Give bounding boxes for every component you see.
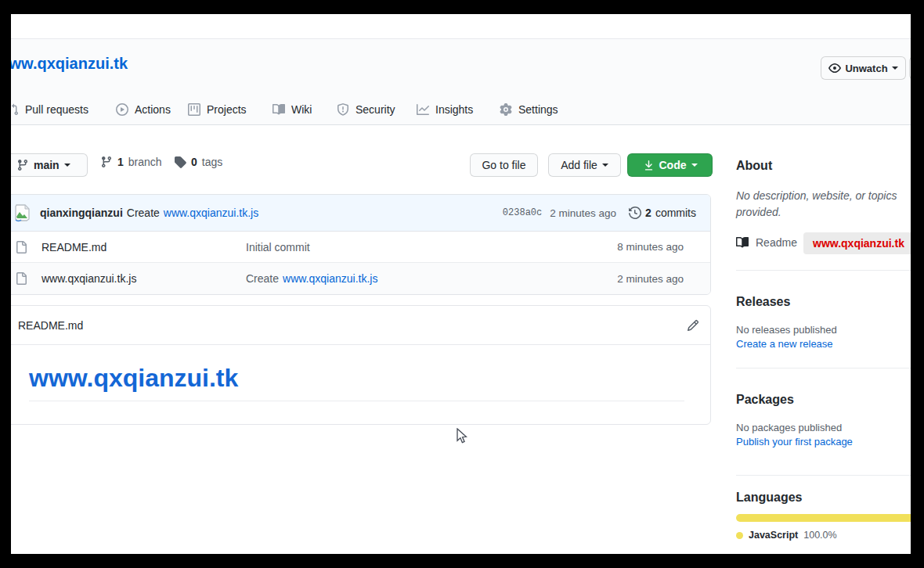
book-icon (736, 236, 749, 249)
file-commit-message-link[interactable]: www.qxqianzui.tk.js (283, 272, 377, 285)
file-commit-message[interactable]: Initial commit (246, 241, 310, 253)
file-time: 2 minutes ago (617, 273, 710, 285)
commit-author-link[interactable]: qianxingqianzui (40, 207, 123, 219)
unwatch-label: Unwatch (845, 63, 887, 74)
graph-icon (417, 103, 429, 116)
file-name-link[interactable]: README.md (42, 241, 246, 253)
tab-projects[interactable]: Projects (188, 98, 247, 121)
file-tree-box: qianxingqianzui Create www.qxqianzui.tk.… (11, 194, 711, 295)
commit-hash-link[interactable]: 0238a0c (503, 207, 542, 218)
branch-name: main (34, 159, 60, 171)
tab-label: Projects (207, 103, 247, 116)
releases-empty-text: No releases published (736, 323, 911, 337)
project-icon (188, 103, 200, 116)
unwatch-button[interactable]: Unwatch (821, 56, 906, 80)
tab-security[interactable]: Security (337, 98, 395, 121)
commits-history-link[interactable]: 2 commits (629, 207, 696, 219)
tab-label: Insights (435, 103, 473, 116)
packages-section: Packages No packages published Publish y… (736, 390, 911, 449)
about-description: No description, website, or topics provi… (736, 188, 911, 221)
divider (736, 270, 911, 271)
tab-pull-requests[interactable]: Pull requests (11, 98, 88, 121)
gear-icon (500, 103, 512, 116)
git-branch-icon (100, 156, 113, 168)
add-file-label: Add file (561, 159, 597, 171)
about-title: About (736, 156, 911, 175)
tab-actions[interactable]: Actions (116, 98, 171, 121)
git-branch-icon (16, 159, 29, 171)
watch-count-button[interactable] (909, 56, 911, 80)
tag-icon (174, 156, 186, 168)
language-item-javascript[interactable]: JavaScript 100.0% (736, 530, 911, 541)
latest-commit-bar: qianxingqianzui Create www.qxqianzui.tk.… (11, 195, 710, 232)
repo-title-link[interactable]: www.qxqianzui.tk (11, 55, 128, 73)
commits-label: commits (655, 207, 696, 219)
play-icon (116, 103, 128, 116)
readme-filename: README.md (18, 319, 83, 332)
chevron-down-icon (691, 164, 698, 170)
create-release-link[interactable]: Create a new release (736, 337, 911, 351)
mouse-cursor (457, 428, 469, 445)
tags-link[interactable]: 0 tags (174, 156, 222, 168)
readme-box: README.md www.qxqianzui.tk (11, 305, 711, 425)
tab-label: Settings (518, 103, 558, 116)
browser-viewport: www.qxqianzui.tk Unwatch Pull requests A… (11, 14, 911, 554)
top-strip (11, 14, 911, 39)
tags-count: 0 (191, 156, 197, 168)
table-row[interactable]: README.md Initial commit 8 minutes ago (11, 232, 710, 263)
avatar[interactable] (13, 203, 32, 222)
pull-request-icon (11, 103, 19, 116)
languages-section: Languages JavaScript 100.0% (736, 488, 911, 541)
tab-settings[interactable]: Settings (500, 98, 558, 121)
tab-insights[interactable]: Insights (417, 98, 473, 121)
branch-selector-button[interactable]: main (11, 153, 88, 177)
file-icon (15, 241, 27, 253)
table-row[interactable]: www.qxqianzui.tk.js Create www.qxqianzui… (11, 263, 710, 294)
go-to-file-label: Go to file (482, 159, 525, 171)
file-commit-message: Create (246, 272, 279, 285)
repo-header: www.qxqianzui.tk Unwatch Pull requests A… (11, 39, 911, 125)
download-icon (643, 160, 655, 171)
go-to-file-button[interactable]: Go to file (470, 153, 538, 177)
code-button[interactable]: Code (627, 153, 713, 177)
history-icon (629, 207, 641, 219)
packages-empty-text: No packages published (736, 421, 911, 435)
releases-title: Releases (736, 293, 911, 311)
chevron-down-icon (602, 164, 608, 170)
readme-link-label: Readme (756, 236, 797, 249)
commits-count: 2 (645, 207, 651, 219)
pencil-icon[interactable] (687, 319, 699, 332)
language-dot-icon (736, 532, 743, 539)
commit-time: 2 minutes ago (550, 207, 616, 219)
add-file-button[interactable]: Add file (548, 153, 621, 177)
language-name: JavaScript (749, 530, 798, 541)
commit-message: Create (127, 207, 160, 219)
publish-package-link[interactable]: Publish your first package (736, 435, 911, 449)
repo-nav: Pull requests Actions Projects Wiki Secu… (11, 98, 911, 125)
chevron-down-icon (64, 164, 70, 170)
file-time: 8 minutes ago (617, 241, 710, 253)
tab-label: Wiki (291, 103, 312, 116)
branches-count: 1 (117, 156, 124, 168)
releases-section: Releases No releases published Create a … (736, 293, 911, 351)
shield-icon (337, 103, 349, 116)
readme-header: README.md (11, 306, 710, 345)
tab-wiki[interactable]: Wiki (273, 98, 312, 121)
tab-label: Security (356, 103, 395, 116)
readme-heading-link[interactable]: www.qxqianzui.tk (29, 364, 684, 401)
branches-link[interactable]: 1 branch (100, 156, 162, 168)
divider (736, 475, 911, 476)
language-percent: 100.0% (803, 530, 836, 541)
commit-message-link[interactable]: www.qxqianzui.tk.js (164, 207, 258, 219)
tab-label: Actions (135, 103, 171, 116)
tab-label: Pull requests (25, 103, 88, 116)
branches-label: branch (128, 156, 162, 168)
tags-label: tags (202, 156, 222, 168)
file-name-link[interactable]: www.qxqianzui.tk.js (42, 272, 246, 285)
readme-hover-tooltip: www.qxqianzui.tk (803, 232, 911, 254)
eye-icon (828, 62, 841, 74)
packages-title: Packages (736, 390, 911, 409)
language-bar (736, 514, 911, 522)
file-icon (15, 272, 27, 285)
divider (736, 368, 911, 368)
